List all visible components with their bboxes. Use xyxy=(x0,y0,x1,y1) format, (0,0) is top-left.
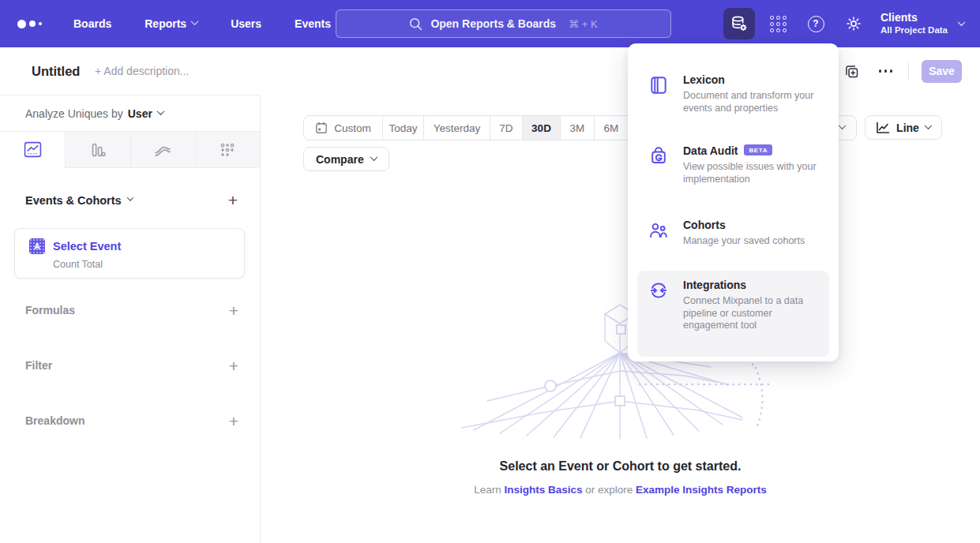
tab-flow-chart[interactable] xyxy=(130,132,195,168)
empty-state-hint: Learn Insights Basics or explore Example… xyxy=(261,484,980,496)
event-card[interactable]: A Select Event Count Total xyxy=(14,228,245,279)
nav-item-boards[interactable]: Boards xyxy=(57,0,128,47)
beta-badge: BETA xyxy=(744,144,772,155)
filter-label: Filter xyxy=(25,359,52,372)
menu-item-lexicon[interactable]: Lexicon Document and transform your even… xyxy=(637,66,829,122)
book-icon xyxy=(648,75,669,114)
query-sidebar: Analyze Uniques by User xyxy=(0,95,261,543)
global-search-input[interactable]: Open Reports & Boards ⌘ + K xyxy=(336,9,671,38)
save-button[interactable]: Save xyxy=(922,60,962,83)
bar-chart-icon xyxy=(89,141,107,159)
range-today[interactable]: Today xyxy=(383,116,424,140)
tab-metric-grid[interactable] xyxy=(195,132,260,168)
add-description-field[interactable]: + Add description... xyxy=(95,65,189,77)
compare-button[interactable]: Compare xyxy=(303,147,389,171)
events-cohorts-header: Events & Cohorts + xyxy=(0,192,260,208)
menu-item-integrations[interactable]: Integrations Connect Mixpanel to a data … xyxy=(637,271,829,357)
project-switcher[interactable]: Clients All Project Data xyxy=(880,11,964,36)
ellipsis-icon xyxy=(879,69,893,73)
filter-row: Filter + xyxy=(0,356,261,375)
nav-label: Users xyxy=(231,17,261,30)
calendar-icon xyxy=(315,122,328,134)
tab-line-chart[interactable] xyxy=(0,132,65,168)
add-formula-button[interactable]: + xyxy=(229,302,238,319)
data-management-button[interactable] xyxy=(723,8,755,39)
search-icon xyxy=(409,17,422,31)
project-name: Clients xyxy=(880,11,948,24)
settings-button[interactable] xyxy=(838,8,869,39)
add-filter-button[interactable]: + xyxy=(229,358,238,374)
add-breakdown-button[interactable]: + xyxy=(229,413,238,429)
help-button[interactable]: ? xyxy=(800,8,832,39)
nav-item-reports[interactable]: Reports xyxy=(128,0,214,47)
breakdown-label: Breakdown xyxy=(25,414,84,427)
range-6m[interactable]: 6M xyxy=(595,116,629,140)
menu-item-description: Manage your saved cohorts xyxy=(683,235,819,248)
formulas-row: Formulas + xyxy=(0,301,261,320)
navbar-right: ? Clients All Project Data xyxy=(723,0,980,47)
chevron-down-icon xyxy=(191,17,199,25)
search-placeholder: Open Reports & Boards xyxy=(430,17,556,30)
search-shortcut: ⌘ + K xyxy=(569,18,598,30)
menu-item-description: Connect Mixpanel to a data pipeline or c… xyxy=(683,295,819,332)
divider xyxy=(908,61,909,81)
more-options-button[interactable] xyxy=(876,66,896,76)
chevron-down-icon xyxy=(370,153,377,161)
range-yesterday[interactable]: Yesterday xyxy=(424,116,490,140)
mixpanel-insights-app: Boards Reports Users Events Open Reports… xyxy=(0,0,980,543)
menu-item-cohorts[interactable]: Cohorts Manage your saved cohorts xyxy=(637,211,829,256)
users-icon xyxy=(648,220,669,248)
nav-label: Reports xyxy=(145,17,186,30)
chart-area: Custom Today Yesterday 7D 30D 3M 6M Comp… xyxy=(261,95,980,543)
events-cohorts-toggle[interactable]: Events & Cohorts xyxy=(25,194,133,207)
report-actions: Save xyxy=(840,47,963,95)
top-navbar: Boards Reports Users Events Open Reports… xyxy=(0,0,980,47)
sync-icon xyxy=(648,280,669,349)
tab-bar-chart[interactable] xyxy=(65,132,130,168)
grid-dots-icon xyxy=(770,16,787,32)
analyze-label: Analyze Uniques by xyxy=(25,107,123,120)
menu-item-title: Lexicon xyxy=(683,73,725,86)
mixpanel-logo-icon[interactable] xyxy=(17,0,42,47)
menu-item-title: Cohorts xyxy=(683,219,726,231)
range-3m[interactable]: 3M xyxy=(561,116,595,140)
menu-item-description: View possible issues with your implement… xyxy=(683,161,819,185)
chevron-down-icon xyxy=(156,107,164,115)
menu-item-description: Document and transform your events and p… xyxy=(683,90,819,114)
event-badge: A xyxy=(29,238,45,254)
example-reports-link[interactable]: Example Insights Reports xyxy=(636,484,767,496)
select-event-label[interactable]: Select Event xyxy=(53,240,121,253)
menu-item-title: Data Audit xyxy=(683,144,738,157)
empty-state-title: Select an Event or Cohort to get started… xyxy=(261,459,980,474)
help-icon: ? xyxy=(808,16,824,32)
flow-chart-icon xyxy=(153,141,172,159)
range-custom[interactable]: Custom xyxy=(304,116,383,140)
metric-grid-icon xyxy=(219,141,236,159)
report-title[interactable]: Untitled xyxy=(32,64,80,79)
range-7d[interactable]: 7D xyxy=(490,116,523,140)
menu-item-data-audit[interactable]: Data Audit BETA View possible issues wit… xyxy=(637,137,829,193)
chevron-down-icon xyxy=(126,194,133,200)
analyze-value-dropdown[interactable]: User xyxy=(128,107,163,120)
nav-label: Boards xyxy=(73,17,111,30)
primary-nav: Boards Reports Users Events xyxy=(57,0,347,47)
data-management-menu: Lexicon Document and transform your even… xyxy=(628,43,839,361)
chevron-down-icon xyxy=(839,122,847,129)
copy-plus-icon xyxy=(843,63,860,80)
chart-type-dropdown[interactable]: Line xyxy=(865,115,942,140)
hint-learn: Learn xyxy=(474,484,501,496)
formulas-label: Formulas xyxy=(25,304,75,316)
event-aggregation[interactable]: Count Total xyxy=(53,259,103,270)
duplicate-report-button[interactable] xyxy=(840,60,863,83)
menu-item-title: Integrations xyxy=(683,279,746,291)
gear-icon xyxy=(845,15,862,32)
nav-item-users[interactable]: Users xyxy=(214,0,278,47)
project-scope: All Project Data xyxy=(880,24,948,36)
range-30d[interactable]: 30D xyxy=(523,116,561,140)
hint-explore: or explore xyxy=(585,484,633,496)
add-event-button[interactable]: + xyxy=(228,192,238,208)
insights-basics-link[interactable]: Insights Basics xyxy=(504,484,582,496)
analyze-row: Analyze Uniques by User xyxy=(0,95,260,132)
audit-icon xyxy=(648,146,669,185)
apps-grid-button[interactable] xyxy=(762,8,794,39)
